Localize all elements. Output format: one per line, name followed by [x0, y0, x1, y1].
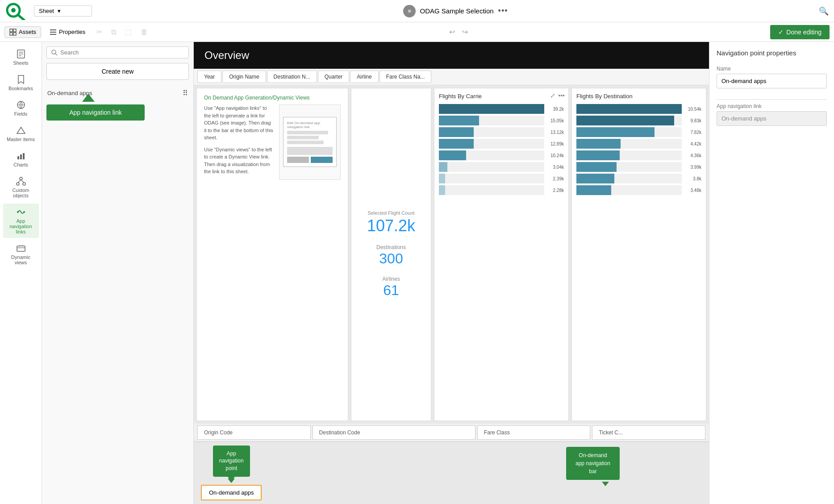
bar-value: 3.04k [547, 165, 564, 170]
bar-value: 3.99k [684, 165, 701, 170]
search-button[interactable]: 🔍 [819, 6, 829, 16]
sidebar-item-master-items[interactable]: Master items [3, 122, 39, 146]
sheets-label: Sheets [13, 60, 28, 66]
done-editing-button[interactable]: ✓ Done editing [770, 25, 830, 39]
cut-button[interactable]: ✂ [94, 26, 105, 38]
svg-rect-17 [23, 153, 25, 159]
charts-icon [16, 151, 26, 161]
sidebar-item-fields[interactable]: Fields [3, 96, 39, 120]
bottom-tables-row: Origin Code Destination Code Fare Class … [194, 424, 709, 442]
sidebar-item-bookmarks[interactable]: Bookmarks [3, 71, 39, 95]
airlines-kpi: Airlines 61 [382, 276, 400, 299]
on-demand-apps-button[interactable]: On-demand apps [201, 485, 262, 500]
right-panel-title: Navigation point properties [717, 49, 827, 57]
nav-link-prop-label: App navigation link [717, 103, 827, 109]
bar-value: 7.82k [684, 130, 701, 135]
chart1-more-button[interactable]: ••• [558, 92, 565, 99]
filter-quarter[interactable]: Quarter [318, 71, 350, 83]
green-arrow-icon [82, 94, 95, 102]
bar-row: 2.28k [439, 185, 564, 195]
assets-panel: Create new On-demand apps ⠿ App navigati… [42, 42, 194, 504]
filter-origin-name[interactable]: Origin Name [222, 71, 266, 83]
nav-link-input[interactable] [717, 111, 827, 126]
app-navigation-link-button[interactable]: App navigation link [46, 104, 145, 121]
name-input[interactable] [717, 74, 827, 88]
origin-code-table: Origin Code [197, 425, 311, 440]
paste-button[interactable]: ⬚ [122, 26, 134, 38]
bar-value: 3.8k [684, 176, 701, 181]
bar-value: 4.42k [684, 142, 701, 146]
sidebar-item-sheets[interactable]: Sheets [3, 46, 39, 69]
bar-row: 4.36k [576, 150, 701, 160]
undo-button[interactable]: ↩ [446, 26, 458, 38]
bookmarks-label: Bookmarks [8, 86, 33, 91]
odag-section: On Demand App Generation/Dynamic Views U… [196, 88, 348, 421]
sheet-dropdown[interactable]: Sheet ▾ [34, 5, 92, 17]
svg-point-18 [20, 177, 22, 180]
undo-redo-group: ↩ ↪ [446, 26, 471, 38]
bar-row: 3.8k [576, 174, 701, 183]
destinations-kpi: Destinations 300 [376, 244, 406, 267]
fields-icon [16, 100, 26, 110]
divider [717, 99, 827, 100]
delete-button[interactable]: 🗑 [138, 26, 150, 38]
copy-button[interactable]: ⧉ [108, 26, 119, 38]
more-options-button[interactable]: ••• [498, 6, 508, 16]
svg-rect-25 [17, 246, 25, 251]
create-new-button[interactable]: Create new [46, 63, 189, 80]
filter-fare-class-na[interactable]: Fare Class Na... [379, 71, 432, 83]
filter-destination-n[interactable]: Destination N... [267, 71, 317, 83]
app-icon: ⊕ [403, 5, 416, 17]
destination-code-label: Destination Code [319, 429, 360, 436]
grid-dots-icon: ⠿ [183, 89, 188, 97]
search-box [46, 46, 189, 58]
dynamic-views-label: Dynamic views [6, 254, 36, 265]
properties-tab[interactable]: Properties [45, 26, 90, 38]
filter-airline[interactable]: Airline [350, 71, 378, 83]
fare-class-label: Fare Class [484, 429, 510, 436]
chart1-expand-button[interactable]: ⤢ [550, 92, 555, 99]
destination-code-table: Destination Code [313, 425, 475, 440]
sidebar-item-charts[interactable]: Charts [3, 147, 39, 171]
filter-year[interactable]: Year [197, 71, 221, 83]
bar-value: 12.89k [547, 142, 564, 146]
sidebar-item-app-nav-links[interactable]: App navigation links [3, 204, 39, 238]
sidebar-item-custom-objects[interactable]: Custom objects [3, 173, 39, 202]
svg-rect-16 [20, 154, 22, 159]
destinations-value: 300 [376, 250, 406, 267]
redo-button[interactable]: ↪ [459, 26, 471, 38]
bar-row: 15.05k [439, 116, 564, 125]
sidebar-item-dynamic-views[interactable]: Dynamic views [3, 240, 39, 269]
custom-objects-label: Custom objects [6, 187, 36, 198]
svg-rect-4 [13, 29, 16, 32]
bookmarks-icon [16, 75, 26, 84]
search-input[interactable] [60, 49, 184, 56]
svg-point-19 [17, 183, 19, 185]
svg-point-23 [17, 211, 19, 213]
bar-row: 13.12k [439, 127, 564, 137]
tooltip1-group: Appnavigationpoint On-demand apps [201, 446, 262, 500]
bar-row: 3.99k [576, 162, 701, 172]
svg-rect-15 [17, 156, 19, 159]
app-title: ODAG Sample Selection [420, 7, 494, 15]
ticket-c-table: Ticket C... [592, 425, 705, 440]
chevron-down-icon: ▾ [58, 8, 61, 14]
tooltip2-group: On-demandapp navigationbar [566, 447, 620, 486]
flight-count-kpi: Selected Flight Count 107.2k [367, 210, 415, 235]
bottom-tooltip-bar: Appnavigationpoint On-demand apps On-dem… [194, 442, 709, 504]
on-demand-nav-bar-tooltip: On-demandapp navigationbar [566, 447, 620, 480]
bar-row: 9.83k [576, 116, 701, 125]
bar-value: 10.54k [684, 107, 701, 112]
chart1-title: Flights By Carrie [439, 93, 564, 100]
properties-icon [50, 29, 57, 36]
flight-count-label: Selected Flight Count [367, 210, 415, 216]
dynamic-views-icon [16, 243, 26, 253]
bar-value: 13.12k [547, 130, 564, 135]
bar-row: 10.24k [439, 150, 564, 160]
svg-rect-6 [13, 33, 16, 35]
svg-rect-5 [10, 33, 13, 35]
ticket-c-label: Ticket C... [599, 429, 623, 436]
left-sidebar: Sheets Bookmarks Fields Master items Cha… [0, 42, 42, 504]
assets-tab[interactable]: Assets [4, 26, 41, 38]
bar-value: 2.39k [547, 176, 564, 181]
